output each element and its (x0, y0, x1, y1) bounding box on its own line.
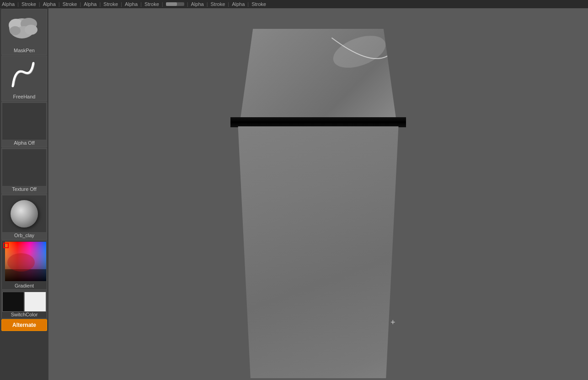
tool-orb-clay[interactable]: Orb_clay (1, 194, 47, 240)
main-area: MaskPen FreeHand Alpha Off Texture Off (0, 8, 588, 380)
texture-off-preview (2, 149, 46, 186)
cup-body (229, 126, 407, 378)
gradient-picker[interactable]: Gradient (1, 240, 47, 290)
cup-top-highlight (241, 29, 396, 118)
tool-alpha-off[interactable]: Alpha Off (1, 102, 47, 147)
switch-color-label: SwitchColor (11, 312, 38, 317)
menu-slider[interactable] (166, 2, 184, 6)
menu-stroke6[interactable]: Stroke (251, 1, 266, 7)
menu-stroke5[interactable]: Stroke (210, 1, 225, 7)
gradient-preview (2, 242, 46, 283)
svg-point-9 (7, 253, 35, 271)
switch-color-preview (2, 292, 46, 312)
background-color[interactable] (24, 292, 46, 312)
cup-top (241, 29, 396, 118)
alternate-button[interactable]: Alternate (1, 319, 47, 331)
menu-sep6: | (121, 1, 122, 7)
tool-maskpen[interactable]: MaskPen (1, 9, 47, 55)
maskpen-preview (2, 11, 46, 47)
gradient-canvas (5, 242, 46, 281)
maskpen-icon (6, 12, 43, 45)
menu-sep1: | (17, 1, 19, 7)
svg-point-4 (10, 26, 21, 35)
menu-sep10: | (207, 1, 208, 7)
tool-freehand[interactable]: FreeHand (1, 55, 47, 101)
sidebar: MaskPen FreeHand Alpha Off Texture Off (0, 8, 48, 380)
top-menubar: Alpha | Stroke | Alpha | Stroke | Alpha … (0, 0, 588, 8)
menu-sep7: | (140, 1, 142, 7)
menu-stroke4[interactable]: Stroke (144, 1, 159, 7)
gradient-svg (5, 242, 46, 281)
alpha-off-preview (2, 103, 46, 140)
fg-color-indicator (3, 243, 9, 248)
menu-alpha6[interactable]: Alpha (232, 1, 245, 7)
cup-band (230, 117, 406, 127)
menu-alpha2[interactable]: Alpha (43, 1, 56, 7)
freehand-label: FreeHand (13, 93, 36, 100)
orb-clay-label: Orb_clay (14, 232, 34, 239)
menu-alpha3[interactable]: Alpha (84, 1, 96, 7)
menu-sep2: | (39, 1, 40, 7)
menu-sep4: | (80, 1, 81, 7)
gradient-label: Gradient (15, 283, 34, 288)
menu-alpha4[interactable]: Alpha (125, 1, 138, 7)
menu-alpha5[interactable]: Alpha (191, 1, 203, 7)
freehand-preview (2, 57, 46, 93)
cursor-crosshair (392, 320, 400, 327)
menu-stroke3[interactable]: Stroke (103, 1, 118, 7)
tool-texture-off[interactable]: Texture Off (1, 148, 47, 194)
menu-sep12: | (247, 1, 249, 7)
switch-color[interactable]: SwitchColor (1, 290, 47, 319)
svg-point-5 (25, 25, 37, 35)
alpha-off-label: Alpha Off (14, 140, 35, 146)
menu-sep3: | (59, 1, 60, 7)
menu-stroke[interactable]: Stroke (21, 1, 36, 7)
menu-alpha[interactable]: Alpha (2, 1, 15, 7)
menu-stroke2[interactable]: Stroke (63, 1, 77, 7)
3d-model (229, 29, 407, 358)
texture-off-label: Texture Off (12, 186, 37, 192)
maskpen-label: MaskPen (14, 47, 35, 54)
orb-sphere (11, 200, 38, 228)
menu-sep5: | (99, 1, 101, 7)
menu-sep11: | (228, 1, 229, 7)
menu-sep9: | (187, 1, 188, 7)
svg-rect-8 (5, 269, 46, 281)
menu-sep8: | (162, 1, 163, 7)
foreground-color[interactable] (2, 292, 24, 312)
canvas-viewport[interactable] (48, 8, 588, 380)
freehand-icon (6, 59, 43, 92)
orb-preview (2, 195, 46, 232)
